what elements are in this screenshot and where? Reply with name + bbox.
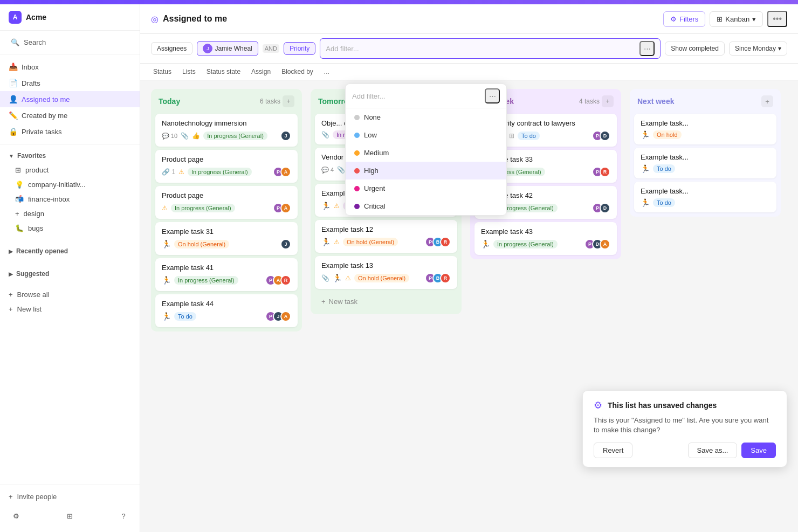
filter-and-label: AND <box>263 44 279 53</box>
priority-filter-chip[interactable]: Priority <box>284 42 315 55</box>
card-title: Example task 41 <box>162 264 291 272</box>
status-filter[interactable]: Status <box>151 67 174 77</box>
lists-filter[interactable]: Lists <box>180 67 198 77</box>
priority-option-high[interactable]: High <box>346 162 506 179</box>
avatar: J <box>280 239 291 250</box>
task-card[interactable]: Example task... 🏃 To do <box>634 182 776 212</box>
status-badge: To do <box>653 164 675 173</box>
task-card[interactable]: Product page 🔗 1 ⚠ In progress (General)… <box>155 150 298 183</box>
new-list-button[interactable]: + New list <box>0 302 140 316</box>
sidebar-list-bugs[interactable]: 🐛 bugs <box>0 221 140 236</box>
task-card[interactable]: Nanotechnology immersion 💬 10 📎 👍 In pro… <box>155 114 298 147</box>
page-title: Assigned to me <box>163 14 227 24</box>
invite-people-button[interactable]: + Invite people <box>0 489 140 504</box>
dropdown-menu-button[interactable]: ⋯ <box>485 88 500 103</box>
clip-icon: 📎 <box>321 131 329 139</box>
assign-filter[interactable]: Assign <box>249 67 273 77</box>
suggested-header[interactable]: ▶ Suggested <box>0 267 140 281</box>
task-card[interactable]: Example task 44 🏃 To do P J A <box>155 294 298 327</box>
sprint-icon: 🏃 <box>641 130 650 139</box>
task-card[interactable]: Example task 43 🏃 In progress (General) … <box>474 222 617 255</box>
task-card[interactable]: Product page ⚠ In progress (General) P A <box>155 186 298 219</box>
new-task-button[interactable]: + New task <box>315 293 457 310</box>
add-task-this-week-button[interactable]: + <box>602 95 614 107</box>
priority-option-label: Urgent <box>364 184 385 192</box>
add-item-button[interactable]: ⊞ <box>63 508 78 523</box>
favorites-section-header[interactable]: ▼ Favorites <box>0 149 140 163</box>
sidebar-item-private-tasks[interactable]: 🔒 Private tasks <box>0 123 140 140</box>
browse-all-button[interactable]: + Browse all <box>0 287 140 302</box>
card-title: Example task... <box>641 153 770 161</box>
priority-search-input[interactable] <box>352 92 480 100</box>
sidebar-item-assigned-to-me[interactable]: 👤 Assigned to me <box>0 91 140 107</box>
filter-menu-button[interactable]: ⋯ <box>639 41 655 56</box>
show-completed-button[interactable]: Show completed <box>665 42 725 56</box>
task-card[interactable]: Example task... 🏃 On hold <box>634 114 776 144</box>
save-as-button[interactable]: Save as... <box>688 443 738 458</box>
list-label: company-initiativ... <box>28 181 86 189</box>
priority-option-low[interactable]: Low <box>346 126 506 144</box>
status-badge: To do <box>518 132 540 140</box>
status-state-filter[interactable]: Status state <box>204 67 243 77</box>
kanban-view-button[interactable]: ⊞ Kanban ▾ <box>710 11 763 27</box>
avatar: A <box>280 311 291 322</box>
card-title: Example task 12 <box>321 225 451 233</box>
more-options-button[interactable]: ••• <box>767 11 787 27</box>
link-icon: 🔗 1 <box>162 168 175 176</box>
sidebar-list-design[interactable]: + design <box>0 206 140 221</box>
recently-opened-header[interactable]: ▶ Recently opened <box>0 244 140 258</box>
clip-icon: 📎 <box>337 166 345 174</box>
suggested-label: Suggested <box>16 270 49 278</box>
new-list-label: New list <box>17 305 42 313</box>
help-button[interactable]: ? <box>116 508 131 523</box>
avatar: A <box>280 203 291 213</box>
sidebar-list-company-initiative[interactable]: 💡 company-initiativ... <box>0 177 140 192</box>
sidebar-item-inbox[interactable]: 📥 Inbox <box>0 59 140 75</box>
warn-icon: ⚠ <box>178 168 184 176</box>
sidebar-item-drafts[interactable]: 📄 Drafts <box>0 75 140 91</box>
add-task-next-week-button[interactable]: + <box>761 95 773 107</box>
card-title: Example task... <box>641 119 770 127</box>
filters-button[interactable]: ⚙ Filters <box>663 11 705 27</box>
sidebar-item-label: Drafts <box>22 79 40 87</box>
sidebar-list-product[interactable]: ⊞ product <box>0 163 140 177</box>
revert-button[interactable]: Revert <box>594 443 632 458</box>
kanban-column-today: Today 6 tasks + Nanotechnology immersion… <box>151 89 302 331</box>
more-filters[interactable]: ... <box>322 67 332 77</box>
blocked-by-filter[interactable]: Blocked by <box>279 67 315 77</box>
sidebar-item-created-by-me[interactable]: ✏️ Created by me <box>0 107 140 123</box>
status-badge: In progress (General) <box>203 132 267 140</box>
save-button[interactable]: Save <box>741 443 776 458</box>
card-title: Example task 31 <box>162 227 291 236</box>
jamie-filter-chip[interactable]: J Jamie Wheal <box>197 41 258 56</box>
column-title-today: Today <box>159 97 180 106</box>
task-card[interactable]: Example task 41 🏃 In progress (General) … <box>155 258 298 291</box>
since-monday-button[interactable]: Since Monday ▾ <box>729 42 787 56</box>
priority-option-none[interactable]: None <box>346 108 506 126</box>
add-filter-input[interactable] <box>326 45 637 53</box>
warn-icon: ⚠ <box>334 202 340 210</box>
task-card[interactable]: Example task 13 📎 🏃 ⚠ On hold (General) … <box>315 256 457 289</box>
sidebar-item-label: Assigned to me <box>22 95 70 103</box>
priority-option-urgent[interactable]: Urgent <box>346 179 506 197</box>
status-badge: To do <box>653 198 675 207</box>
card-title: Example task 13 <box>321 261 451 270</box>
assignees-filter-chip[interactable]: Assignees <box>151 42 192 55</box>
comment-count: 💬 4 <box>321 167 334 174</box>
warn-icon: ⚠ <box>334 238 340 246</box>
task-card[interactable]: Example task 12 🏃 ⚠ On hold (General) P … <box>315 220 457 253</box>
priority-option-critical[interactable]: Critical <box>346 197 506 215</box>
add-task-today-button[interactable]: + <box>283 95 294 107</box>
task-card[interactable]: Example task... 🏃 To do <box>634 148 776 178</box>
status-badge: On hold (General) <box>174 240 229 248</box>
plus-icon: + <box>321 298 326 306</box>
urgent-priority-dot <box>354 186 360 191</box>
low-priority-dot <box>354 133 360 138</box>
list-label: product <box>25 166 49 174</box>
suggested-arrow-icon: ▶ <box>9 271 13 277</box>
settings-button[interactable]: ⚙ <box>9 508 24 523</box>
task-card[interactable]: Example task 31 🏃 On hold (General) J <box>155 222 298 255</box>
search-button[interactable]: 🔍 Search <box>6 35 133 50</box>
sidebar-list-finance-inbox[interactable]: 📬 finance-inbox <box>0 192 140 206</box>
priority-option-medium[interactable]: Medium <box>346 144 506 162</box>
